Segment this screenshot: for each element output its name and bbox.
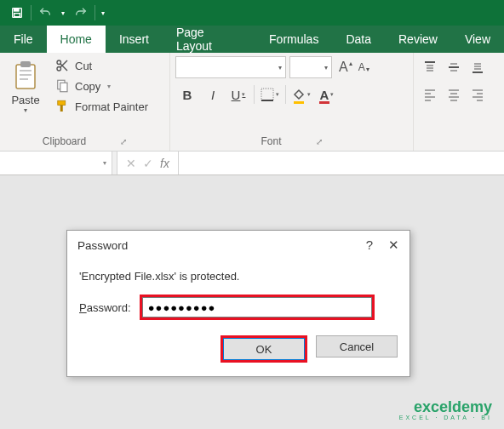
cut-label: Cut — [75, 60, 92, 72]
password-label: Password: — [79, 301, 131, 314]
font-size-select[interactable]: ▾ — [289, 56, 332, 78]
chevron-down-icon: ▾ — [103, 159, 106, 167]
clipboard-group-label: Clipboard — [43, 135, 86, 147]
cancel-button[interactable]: Cancel — [316, 335, 398, 358]
tab-file[interactable]: File — [0, 26, 47, 53]
paintbrush-icon — [54, 99, 70, 114]
tab-review[interactable]: Review — [385, 26, 451, 53]
ok-button[interactable]: OK — [223, 338, 305, 360]
copy-label: Copy — [75, 80, 100, 93]
font-group-label: Font — [261, 135, 281, 147]
tab-data[interactable]: Data — [332, 26, 385, 53]
fill-color-button[interactable]: ▾ — [289, 83, 313, 106]
ok-button-highlight: OK — [220, 335, 307, 363]
name-box[interactable]: ▾ — [0, 152, 112, 174]
svg-rect-15 — [60, 106, 63, 112]
paste-button[interactable]: Paste ▾ — [5, 56, 46, 117]
tab-formulas[interactable]: Formulas — [255, 26, 332, 53]
qat-divider — [31, 5, 32, 20]
increase-font-button[interactable]: A — [339, 60, 348, 75]
bucket-icon — [292, 88, 306, 101]
align-middle-button[interactable] — [443, 56, 465, 78]
format-painter-label: Format Painter — [75, 100, 148, 113]
copy-icon — [54, 78, 70, 94]
group-font: ▾ ▾ A ▴ A ▾ B I U▾ ▾ — [170, 53, 414, 151]
copy-dropdown-icon[interactable]: ▾ — [107, 83, 111, 90]
redo-icon[interactable] — [69, 1, 93, 25]
svg-rect-6 — [20, 74, 32, 76]
underline-button[interactable]: U▾ — [226, 83, 250, 106]
scissors-icon — [54, 58, 70, 73]
dialog-message: 'Encrypted File.xlsx' is protected. — [79, 270, 398, 283]
svg-rect-2 — [14, 14, 20, 17]
svg-rect-16 — [261, 89, 273, 100]
close-button[interactable]: ✕ — [388, 237, 399, 253]
paste-label: Paste — [11, 94, 39, 106]
divider — [285, 85, 286, 104]
watermark: exceldemy EXCEL · DATA · BI — [399, 399, 492, 420]
save-icon[interactable] — [5, 1, 29, 25]
border-icon — [261, 88, 274, 101]
svg-rect-5 — [20, 70, 32, 72]
align-center-button[interactable] — [443, 83, 465, 106]
group-alignment — [414, 53, 504, 151]
svg-rect-13 — [60, 83, 67, 92]
font-launcher-icon[interactable]: ⤢ — [316, 137, 323, 146]
copy-button[interactable]: Copy ▾ — [51, 77, 152, 95]
cancel-formula-icon: ✕ — [126, 157, 136, 170]
font-name-select[interactable]: ▾ — [175, 56, 286, 78]
align-bottom-button[interactable] — [467, 56, 489, 78]
svg-rect-14 — [58, 100, 66, 105]
bold-button[interactable]: B — [175, 83, 199, 106]
decrease-font-button[interactable]: A — [358, 61, 365, 73]
borders-button[interactable]: ▾ — [258, 83, 282, 106]
formula-input[interactable] — [179, 152, 504, 174]
tab-home[interactable]: Home — [47, 26, 106, 53]
password-input[interactable] — [142, 297, 372, 317]
italic-button[interactable]: I — [201, 83, 225, 106]
qat-divider-2 — [94, 5, 95, 20]
align-left-button[interactable] — [419, 83, 441, 106]
title-bar: ▾ ▾ — [0, 0, 504, 26]
group-clipboard: Paste ▾ Cut Copy ▾ Format Painter — [0, 53, 170, 151]
svg-rect-7 — [20, 78, 28, 80]
watermark-tagline: EXCEL · DATA · BI — [399, 415, 492, 420]
watermark-brand: exceldemy — [414, 399, 492, 415]
ribbon-tabs: File Home Insert Page Layout Formulas Da… — [0, 26, 504, 53]
password-input-highlight — [140, 295, 375, 320]
divider — [254, 85, 255, 104]
tab-view[interactable]: View — [451, 26, 504, 53]
clipboard-launcher-icon[interactable]: ⤢ — [120, 137, 127, 146]
svg-rect-4 — [20, 61, 31, 67]
chevron-down-icon: ▾ — [324, 64, 328, 72]
help-button[interactable]: ? — [366, 237, 373, 253]
enter-formula-icon: ✓ — [143, 157, 153, 170]
align-right-button[interactable] — [467, 83, 489, 106]
format-painter-button[interactable]: Format Painter — [51, 97, 152, 116]
align-top-button[interactable] — [419, 56, 441, 78]
ribbon-body: Paste ▾ Cut Copy ▾ Format Painter — [0, 53, 504, 152]
paste-dropdown-icon[interactable]: ▾ — [24, 106, 27, 114]
password-dialog: Password ? ✕ 'Encrypted File.xlsx' is pr… — [66, 230, 410, 377]
tab-insert[interactable]: Insert — [106, 26, 163, 53]
cut-button[interactable]: Cut — [51, 56, 152, 75]
dialog-title: Password — [77, 239, 128, 252]
font-color-button[interactable]: A▾ — [315, 83, 339, 106]
chevron-down-icon: ▾ — [278, 64, 282, 72]
svg-rect-1 — [14, 9, 19, 11]
svg-rect-3 — [16, 65, 35, 89]
undo-dropdown-icon[interactable]: ▾ — [57, 9, 69, 17]
qat-customize-icon[interactable]: ▾ — [97, 9, 109, 17]
tab-page-layout[interactable]: Page Layout — [163, 26, 255, 53]
undo-icon[interactable] — [33, 1, 57, 25]
fx-icon[interactable]: fx — [160, 157, 169, 170]
formula-bar: ▾ ✕ ✓ fx — [0, 152, 504, 175]
